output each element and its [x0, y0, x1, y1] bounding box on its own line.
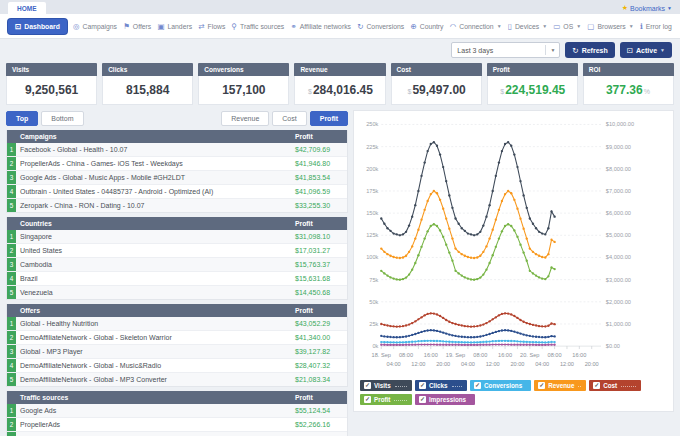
nav-item-label: Landers [168, 23, 193, 30]
nav-item-connection[interactable]: ◠Connection▼ [450, 22, 502, 31]
date-range-value: Last 3 days [457, 47, 493, 54]
checkbox-checked-icon[interactable]: ✓ [474, 382, 481, 389]
table-row[interactable]: 4DemoAffiliateNetwork - Global - Music&R… [7, 359, 347, 373]
table-row[interactable]: 1Facebook - Global - Health - 10.07$42,7… [7, 143, 347, 157]
home-tab[interactable]: HOME [8, 2, 46, 14]
section-header: OffersProfit [7, 304, 347, 317]
nav-item-os[interactable]: ▭OS▼ [553, 22, 581, 31]
rank-badge: 4 [7, 272, 16, 285]
table-row[interactable]: 5Venezuela$14,450.68 [7, 286, 347, 299]
legend-item-cost[interactable]: ✓Cost [589, 380, 641, 391]
stat-value: 157,100 [222, 83, 265, 97]
table-row[interactable]: 2PropellerAds - China - Games- iOS Test … [7, 157, 347, 171]
stat-card-value: $284,016.45 [294, 76, 385, 105]
svg-text:225k: 225k [366, 144, 378, 150]
nav-item-landers[interactable]: ▣Landers [157, 22, 192, 31]
row-profit: $41,096.59 [295, 185, 347, 198]
chart-panel: 0k$0.0025k$1,000.0050k$2,000.0075k$3,000… [353, 110, 674, 412]
active-filter-button[interactable]: ⊡ Active ▼ [620, 42, 672, 58]
legend-item-conversions[interactable]: ✓Conversions [470, 380, 531, 391]
top-button[interactable]: Top [6, 111, 38, 126]
table-row[interactable]: 2United States$17,031.27 [7, 244, 347, 258]
cost-button[interactable]: Cost [272, 111, 306, 126]
checkbox-checked-icon[interactable]: ✓ [538, 382, 545, 389]
table-row[interactable]: 5Zeropark - China - RON - Dating - 10.07… [7, 199, 347, 212]
section-campaigns: CampaignsProfit1Facebook - Global - Heal… [6, 130, 348, 213]
table-row[interactable]: 4Outbrain - United States - 04485737 - A… [7, 185, 347, 199]
checkbox-checked-icon[interactable]: ✓ [364, 382, 371, 389]
svg-text:18. Sep: 18. Sep [372, 352, 391, 358]
table-row[interactable]: 5DemoAffiliateNetwork - Global - MP3 Con… [7, 373, 347, 386]
nav-item-offers[interactable]: ⚑Offers [123, 22, 151, 31]
nav-item-country[interactable]: ⊕Country [410, 22, 443, 31]
rank-badge: 2 [7, 157, 16, 170]
date-range-select[interactable]: Last 3 days ▼ [451, 42, 560, 58]
refresh-button[interactable]: ↻ Refresh [565, 42, 614, 58]
table-row[interactable]: 3Google Ads - Global - Music Apps - Mobi… [7, 171, 347, 185]
nav-item-flows[interactable]: ⇄Flows [198, 22, 225, 31]
bottom-button[interactable]: Bottom [41, 111, 83, 126]
nav-item-devices[interactable]: ▯Devices▼ [508, 22, 547, 31]
stat-value: 59,497.00 [412, 83, 465, 97]
profit-button[interactable]: Profit [310, 111, 348, 126]
rank-badge: 4 [7, 185, 16, 198]
table-row[interactable]: 1Global - Healthy Nutrition$43,052.29 [7, 317, 347, 331]
chevron-down-icon: ▼ [660, 47, 665, 53]
revenue-button[interactable]: Revenue [221, 111, 269, 126]
checkbox-checked-icon[interactable]: ✓ [364, 396, 371, 403]
svg-text:175k: 175k [366, 188, 378, 194]
bookmarks-menu[interactable]: ★ Bookmarks ▼ [622, 4, 672, 14]
row-name: Brazil [16, 272, 295, 285]
table-row[interactable]: 4Brazil$15,631.68 [7, 272, 347, 286]
svg-text:16:00: 16:00 [424, 352, 438, 358]
top-bottom-toggle: TopBottom [6, 111, 84, 126]
stat-card-label: Visits [6, 63, 97, 76]
legend-item-impressions[interactable]: ✓Impressions [415, 394, 475, 405]
row-name: DemoAffiliateNetwork - Global - Music&Ra… [16, 359, 295, 372]
nav-item-affiliate-networks[interactable]: ⚭Affiliate networks [290, 22, 351, 31]
row-name: Zeropark - China - RON - Dating - 10.07 [16, 199, 295, 212]
flag-icon: ⚑ [123, 22, 130, 31]
row-profit: $41,853.54 [295, 171, 347, 184]
top-lists: CampaignsProfit1Facebook - Global - Heal… [6, 130, 348, 436]
rank-badge: 5 [7, 286, 16, 299]
legend-item-visits[interactable]: ✓Visits [360, 380, 412, 391]
stat-card-cost: Cost$59,497.00 [391, 63, 482, 105]
chevron-down-icon: ▼ [497, 23, 502, 29]
checkbox-checked-icon[interactable]: ✓ [593, 382, 600, 389]
nav-item-conversions[interactable]: ↻Conversions [357, 22, 404, 31]
stat-card-value: 157,100 [198, 76, 289, 105]
refresh-label: Refresh [582, 47, 608, 54]
svg-text:04:00: 04:00 [535, 361, 549, 367]
checkbox-checked-icon[interactable]: ✓ [419, 396, 426, 403]
row-name: United States [16, 244, 295, 257]
table-row[interactable]: 3Cambodia$15,763.37 [7, 258, 347, 272]
stat-card-clicks: Clicks815,884 [102, 63, 193, 105]
svg-text:100k: 100k [366, 254, 378, 260]
nav-item-campaigns[interactable]: ◎Campaigns [73, 22, 117, 31]
rank-badge: 2 [7, 331, 16, 344]
table-row[interactable]: 1Google Ads$55,124.54 [7, 404, 347, 418]
checkbox-checked-icon[interactable]: ✓ [419, 382, 426, 389]
svg-text:04:00: 04:00 [387, 361, 401, 367]
nav-item-error-log[interactable]: ℹError log [640, 22, 672, 31]
table-row[interactable]: 2PropellerAds$52,266.16 [7, 418, 347, 432]
legend-item-clicks[interactable]: ✓Clicks [415, 380, 467, 391]
table-row[interactable]: 3Facebook$43,715.63 [7, 432, 347, 436]
nav-item-traffic-sources[interactable]: ⚲Traffic sources [232, 22, 285, 31]
table-row[interactable]: 2DemoAffiliateNetwork - Global - Skeleto… [7, 331, 347, 345]
row-profit: $33,255.30 [295, 199, 347, 212]
currency-symbol: $ [308, 88, 312, 95]
metric-toggle: RevenueCostProfit [221, 111, 348, 126]
legend-item-profit[interactable]: ✓Profit [360, 394, 412, 405]
svg-text:125k: 125k [366, 232, 378, 238]
section-header: CampaignsProfit [7, 130, 347, 143]
chart-legend: ✓Visits✓Clicks✓Conversions✓Revenue✓Cost✓… [356, 377, 671, 409]
svg-text:12:00: 12:00 [560, 361, 574, 367]
nav-item-dashboard[interactable]: ⊡Dashboard [8, 19, 67, 34]
table-row[interactable]: 3Global - MP3 Player$39,127.82 [7, 345, 347, 359]
legend-label: Conversions [484, 382, 522, 389]
table-row[interactable]: 1Singapore$31,098.10 [7, 230, 347, 244]
legend-item-revenue[interactable]: ✓Revenue [534, 380, 586, 391]
nav-item-browsers[interactable]: ▢Browsers▼ [587, 22, 633, 31]
